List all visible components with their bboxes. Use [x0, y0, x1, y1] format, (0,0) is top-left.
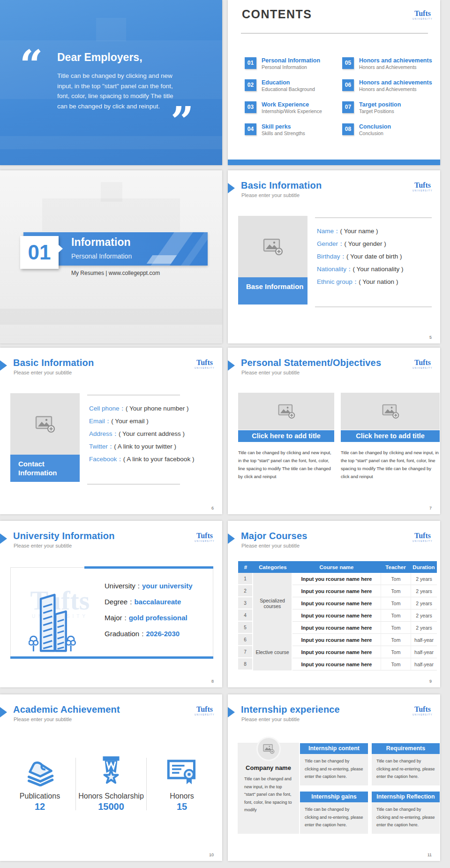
- slide-title: Internship experience: [241, 704, 340, 715]
- slide-major-courses[interactable]: Major Courses Please enter your subtitle…: [228, 521, 440, 687]
- image-placeholder[interactable]: [341, 393, 440, 430]
- arrow-right-icon: [59, 245, 67, 252]
- cell-num: 7: [238, 646, 253, 658]
- stat-label: Honors: [147, 792, 217, 800]
- field-colon: ：: [352, 278, 359, 285]
- cell-num: 5: [238, 622, 253, 634]
- field-colon: ：: [108, 443, 114, 450]
- toc-item-subtitle: Target Positions: [359, 108, 401, 114]
- slide-internship-experience[interactable]: Internship experience Please enter your …: [228, 694, 440, 861]
- field-row: Ethnic group：( Your nation ): [317, 275, 404, 288]
- slide-academic-achievement[interactable]: Academic Achievement Please enter your s…: [0, 694, 222, 861]
- arrow-right-icon: [0, 707, 7, 717]
- tufts-logo: Tufts UNIVERSITY: [412, 10, 433, 20]
- cell-course: Input you rcourse name here: [292, 634, 381, 646]
- page-number: 8: [211, 679, 214, 684]
- quote-line: input, in the top "start" panel can the …: [57, 81, 173, 91]
- slide-subtitle: Please enter your subtitle: [241, 370, 300, 375]
- section-caption: My Resumes | www.collegeppt.com: [71, 270, 160, 276]
- image-placeholder-icon: [262, 238, 283, 256]
- slide-personal-statement[interactable]: Personal Statement/Objectives Please ent…: [228, 348, 440, 514]
- image-placeholder[interactable]: [256, 737, 281, 761]
- toc-item-title: Skill perks: [262, 123, 305, 130]
- stat-value: 15000: [76, 801, 146, 812]
- toc-item-03: 03 Work Experience Internship/Work Exper…: [245, 101, 345, 120]
- field-row: Name：( Your name ): [317, 225, 404, 237]
- toc-item-05: 05 Honors and achievements Honors and Ac…: [342, 57, 440, 76]
- university-card: Tufts UNIVERSITY University:your univers…: [10, 567, 213, 658]
- field-colon: ：: [338, 240, 345, 247]
- slide-subtitle: Please enter your subtitle: [14, 716, 72, 722]
- field-row: Facebook：( A link to your facebook ): [89, 453, 194, 465]
- add-title-button[interactable]: Click here to add title: [238, 430, 334, 442]
- box-body: Title can be changed by clicking and re-…: [372, 754, 440, 785]
- company-card: Company name Title can be changed and ne…: [238, 743, 299, 834]
- toc-item-title: Honors and achievements: [359, 79, 432, 86]
- toc-number-badge: 07: [342, 101, 354, 113]
- tufts-logo-wordmark: Tufts: [195, 533, 215, 539]
- box-title: Requirements: [372, 743, 440, 754]
- field-label: Birthday: [317, 253, 340, 260]
- contents-title: CONTENTS: [242, 8, 312, 21]
- slide-contents[interactable]: CONTENTS Tufts UNIVERSITY 01 Personal In…: [228, 0, 440, 165]
- slide-title: Academic Achievement: [13, 704, 120, 715]
- tufts-logo: Tufts UNIVERSITY: [195, 706, 215, 716]
- tufts-logo: Tufts UNIVERSITY: [195, 359, 215, 369]
- field-value: ( Your gender ): [345, 240, 386, 247]
- add-title-button[interactable]: Click here to add title: [341, 430, 440, 442]
- slide-basic-information[interactable]: Basic Information Please enter your subt…: [228, 170, 440, 343]
- toc-item-subtitle: Educational Background: [262, 86, 315, 92]
- image-placeholder[interactable]: [238, 393, 334, 430]
- field-label: Cell phone: [89, 405, 120, 412]
- quote-line: font, color, line spacing to modify The …: [57, 91, 173, 101]
- tufts-logo-wordmark: Tufts: [412, 706, 433, 713]
- field-row: Birthday：( Your date of birth ): [317, 250, 404, 263]
- tufts-logo-subtext: UNIVERSITY: [412, 367, 433, 369]
- slide-contact-information[interactable]: Basic Information Please enter your subt…: [0, 348, 222, 514]
- toc-item-subtitle: Internship/Work Experience: [262, 108, 322, 114]
- divider: [315, 217, 432, 218]
- tufts-logo-subtext: UNIVERSITY: [195, 367, 215, 369]
- section-subtitle: Personal Information: [71, 252, 132, 260]
- slide-title: Basic Information: [241, 180, 322, 191]
- page-number: 5: [429, 335, 432, 340]
- toc-item-subtitle: Conclusion: [359, 130, 391, 137]
- tufts-logo-subtext: UNIVERSITY: [412, 190, 433, 192]
- cell-duration: 2 years: [411, 622, 437, 634]
- stat-honors: Honors 15: [147, 755, 217, 812]
- field-value: ( Your phone number ): [126, 405, 188, 412]
- box-body: Title can be changed by clicking and re-…: [300, 754, 368, 785]
- slide-university-information[interactable]: University Information Please enter your…: [0, 521, 222, 687]
- section-number-card: 01: [20, 236, 59, 269]
- tufts-logo-wordmark: Tufts: [412, 182, 433, 189]
- tufts-logo-subtext: UNIVERSITY: [195, 540, 215, 542]
- image-placeholder[interactable]: [238, 216, 308, 277]
- tufts-logo: Tufts UNIVERSITY: [412, 359, 433, 369]
- slide-quote[interactable]: “ Dear Employers, Title can be changed b…: [0, 0, 222, 165]
- photo-overlay-cupola: [101, 182, 122, 202]
- slide-title: Basic Information: [13, 358, 94, 368]
- field-label: Email: [89, 418, 105, 425]
- toc-item-07: 07 Target position Target Positions: [342, 101, 440, 120]
- field-value: ( Your current address ): [119, 430, 185, 437]
- photo-overlay-fence: [0, 309, 222, 325]
- panel-caption: Title can be changed by clicking and new…: [238, 449, 334, 480]
- company-description: Title can be changed and new input, in t…: [244, 775, 293, 814]
- field-value: ( Your nation ): [359, 278, 398, 285]
- field-row: Graduation:2026-2030: [105, 626, 193, 642]
- cell-duration: 2 years: [411, 573, 437, 585]
- cell-teacher: Tom: [381, 585, 411, 597]
- slide-title: University Information: [13, 531, 115, 541]
- field-label: Graduation: [105, 630, 139, 638]
- image-placeholder[interactable]: [10, 393, 80, 455]
- slide-section-divider[interactable]: 01 Information Personal Information My R…: [0, 170, 222, 343]
- field-colon: ：: [346, 266, 353, 273]
- banner-stripe: [147, 255, 177, 264]
- cell-course: Input you rcourse name here: [292, 622, 381, 634]
- toc-number-badge: 05: [342, 57, 354, 69]
- divider: [87, 395, 180, 396]
- toc-number-badge: 08: [342, 123, 354, 135]
- field-row: Twitter：( A link to your twitter ): [89, 440, 194, 453]
- cell-category: Specialized courses: [253, 573, 292, 634]
- arrow-right-icon: [0, 533, 7, 544]
